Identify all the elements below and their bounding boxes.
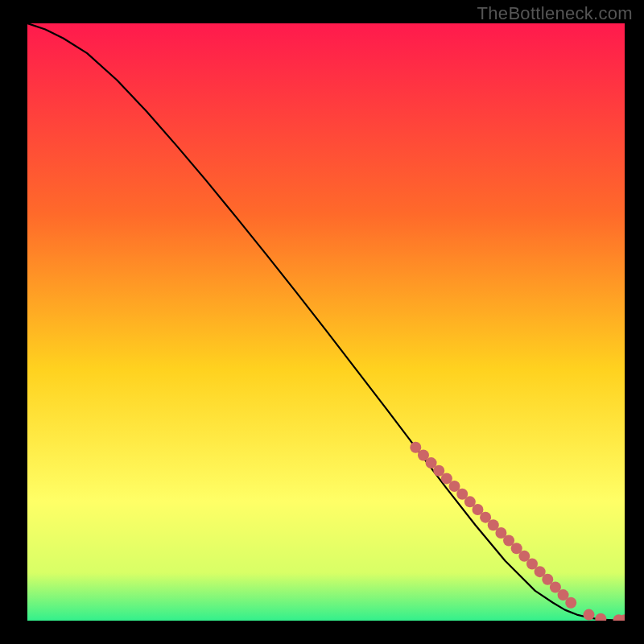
plot-area xyxy=(27,23,625,621)
chart-svg xyxy=(27,23,625,621)
highlight-dot xyxy=(565,597,576,609)
gradient-background xyxy=(27,23,625,621)
chart-frame: TheBottleneck.com xyxy=(0,0,644,644)
highlight-dot xyxy=(583,609,594,621)
watermark-text: TheBottleneck.com xyxy=(477,3,633,24)
